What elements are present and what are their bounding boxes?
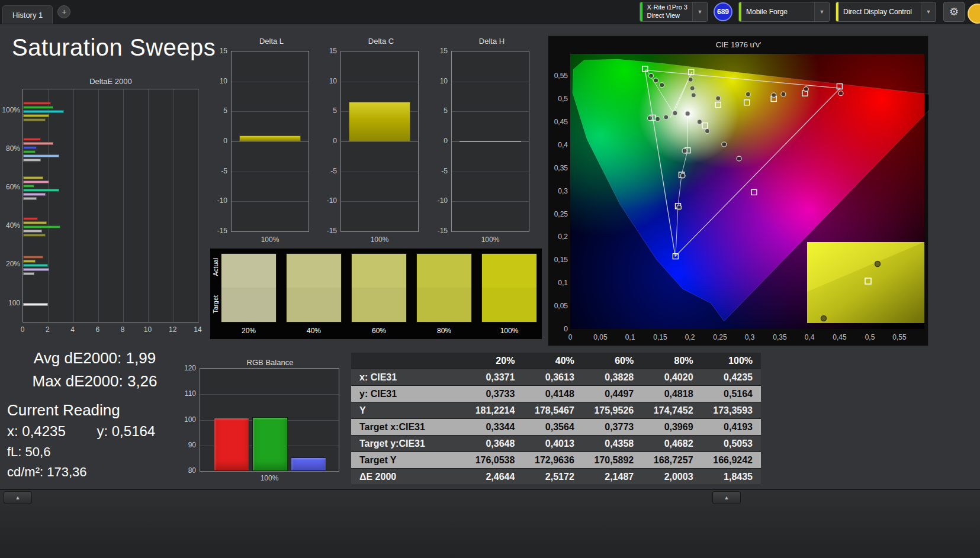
cell-value: 0,4020	[642, 369, 701, 386]
delta-l-chart: Delta L151050-5-10-15100%	[208, 37, 312, 250]
source-dropdown[interactable]: Mobile Forge ▼	[738, 2, 830, 22]
de-bar	[23, 303, 48, 306]
svg-text:0,5: 0,5	[558, 95, 568, 103]
gridline	[341, 141, 418, 142]
row-label: Target Y	[351, 452, 464, 469]
x-axis-label: 6	[92, 325, 104, 334]
add-tab-button[interactable]: +	[57, 5, 70, 18]
y-axis-label: -15	[208, 227, 227, 235]
rgb-balance-plot	[200, 368, 339, 472]
measured-marker	[673, 111, 677, 115]
cell-value: 2,1487	[583, 469, 642, 485]
y-axis-label: 5	[429, 107, 448, 115]
y-axis-label: -10	[429, 196, 448, 205]
de-bar	[23, 106, 53, 109]
gridline	[173, 89, 174, 322]
bottom-bar: ▲ 20%40%60%80%100% ▲ ■▶◫∞↻ « Back Next »	[0, 489, 980, 558]
y-axis-label: 40%	[0, 221, 20, 230]
delta-c-plot	[340, 51, 419, 232]
svg-text:0,3: 0,3	[745, 333, 755, 341]
delta-l-plot	[231, 51, 309, 232]
svg-text:0,2: 0,2	[685, 333, 695, 341]
y-axis-label: -10	[318, 196, 337, 205]
meter-dropdown[interactable]: X-Rite i1Pro 3 Direct View ▼	[640, 2, 708, 22]
gear-icon[interactable]: ⚙	[943, 2, 965, 22]
svg-text:0,1: 0,1	[625, 333, 635, 341]
gridline	[452, 82, 529, 82]
chevron-down-icon[interactable]: ▼	[692, 2, 707, 21]
svg-text:0,25: 0,25	[554, 210, 568, 218]
y-axis-label: 60%	[0, 183, 20, 191]
swatch-label: 20%	[221, 327, 277, 335]
measured-marker	[772, 93, 776, 98]
y-axis-label: -5	[429, 167, 448, 175]
row-label: x: CIE31	[351, 369, 464, 386]
measured-marker	[716, 96, 721, 101]
column-header: 60%	[583, 353, 642, 369]
svg-text:0,4: 0,4	[805, 333, 815, 341]
tab-history-1[interactable]: History 1	[2, 5, 53, 24]
y-axis-label: 80	[178, 466, 196, 475]
de-bar	[23, 197, 37, 200]
y-axis-label: -15	[318, 227, 337, 235]
current-reading-heading: Current Reading	[7, 401, 189, 420]
chevron-up-icon[interactable]: ▲	[4, 491, 32, 504]
de-bar	[23, 138, 41, 141]
top-bar: History 1 + X-Rite i1Pro 3 Direct View ▼…	[0, 0, 980, 24]
svg-text:0,05: 0,05	[554, 302, 568, 310]
cell-value: 173,3593	[702, 402, 761, 419]
meter-count-badge[interactable]: 689	[714, 2, 732, 21]
svg-text:0,55: 0,55	[892, 333, 907, 341]
swatch-label: 60%	[351, 327, 407, 335]
max-de2000: Max dE2000: 3,26	[0, 372, 189, 391]
y-axis-label: 10	[208, 77, 227, 85]
y-axis-label: 15	[208, 47, 227, 55]
chevron-down-icon[interactable]: ▼	[814, 2, 829, 21]
red-bar	[214, 418, 249, 471]
y-axis-label: 10	[429, 77, 448, 85]
cell-value: 166,9242	[702, 452, 761, 469]
measured-marker	[722, 142, 727, 147]
measured-marker	[737, 156, 741, 161]
svg-text:0,1: 0,1	[558, 279, 568, 287]
svg-text:0,45: 0,45	[833, 333, 847, 341]
chevron-up-icon[interactable]: ▲	[712, 491, 741, 504]
y-axis-label: 110	[178, 389, 196, 398]
delta-h-plot	[451, 51, 529, 232]
row-label: ΔE 2000	[351, 469, 464, 485]
gridline	[232, 141, 309, 142]
x-axis-label: 8	[117, 325, 128, 334]
de-bar	[23, 180, 49, 183]
table-row: y: CIE310,37330,41480,44970,48180,5164	[351, 386, 761, 402]
gridline	[123, 89, 124, 322]
y-axis-label: 100	[178, 415, 196, 424]
measured-marker	[697, 120, 702, 124]
cell-value: 175,9526	[583, 402, 642, 419]
de-bar	[23, 264, 48, 267]
chevron-down-icon[interactable]: ▼	[921, 2, 936, 21]
x-axis-label: 100%	[231, 236, 309, 244]
de-bar	[23, 272, 34, 275]
cell-value: 2,0003	[642, 469, 701, 485]
actual-row-label: Actual	[210, 249, 221, 286]
meter-mode: Direct View	[647, 12, 687, 20]
gridline	[232, 111, 309, 112]
current-xy: x: 0,4235 y: 0,5164	[7, 423, 189, 440]
y-axis-label: -5	[318, 167, 337, 175]
de-bar	[23, 260, 36, 263]
y-axis-label: 100%	[0, 106, 20, 114]
y-axis-label: -5	[208, 167, 227, 175]
delta-h-title: Delta H	[429, 37, 532, 47]
column-header: 40%	[523, 353, 582, 369]
display-control-dropdown[interactable]: Direct Display Control ▼	[836, 2, 936, 22]
delta-c-title: Delta C	[318, 37, 422, 47]
svg-text:0,55: 0,55	[554, 72, 568, 80]
cell-value: 0,3969	[642, 419, 701, 436]
measured-marker	[680, 173, 685, 178]
gridline	[232, 82, 309, 82]
cell-value: 168,7257	[642, 452, 701, 469]
cell-value: 0,4497	[583, 386, 642, 402]
cell-value: 172,9636	[523, 452, 582, 469]
delta-c-chart: Delta C151050-5-10-15100%	[318, 37, 422, 250]
swatch-label: 80%	[416, 327, 472, 335]
